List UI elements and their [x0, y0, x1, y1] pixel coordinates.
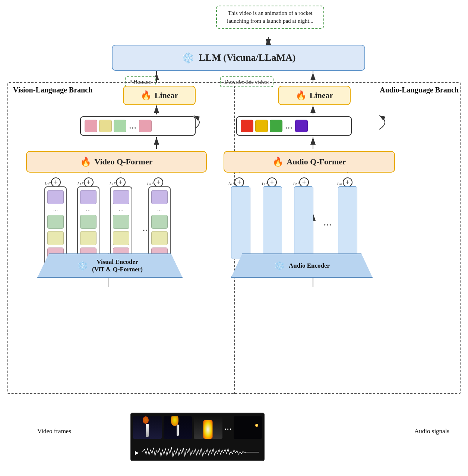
- audio-branch-label: Audio-Language Branch: [380, 86, 459, 94]
- fire-icon-audio-linear: 🔥: [295, 90, 307, 101]
- plus-circle-v0: +: [51, 177, 61, 187]
- time-tNv: tₙᵛ: [147, 180, 153, 187]
- audio-encoder-label: Audio Encoder: [289, 262, 330, 269]
- svg-text:▶: ▶: [135, 450, 139, 455]
- vision-token-seq: …: [80, 116, 196, 136]
- time-t0v: t₀ᵛ: [45, 180, 51, 187]
- video-frame-2: [164, 416, 192, 439]
- audio-linear-label: Linear: [310, 91, 333, 100]
- plus-circle-vN: +: [154, 177, 163, 187]
- vision-token-2: [99, 120, 112, 132]
- vision-token-dots: …: [129, 122, 136, 130]
- time-t2a: t₂ᵃ: [293, 180, 299, 187]
- v-frame-2-3: [80, 231, 97, 245]
- plus-circle-a1: +: [267, 177, 277, 187]
- video-qformer-label: Video Q-Former: [94, 157, 152, 167]
- llm-box: ❄️ LLM (Vicuna/LLaMA): [112, 45, 365, 71]
- video-qformer-box: 🔥 Video Q-Former: [26, 151, 207, 173]
- audio-col-2: [263, 186, 282, 259]
- v-frame-1-1: [47, 190, 64, 204]
- vision-token-1: [85, 120, 97, 132]
- plus-circle-a2: +: [299, 177, 309, 187]
- audio-linear-box: 🔥 Linear: [278, 86, 351, 105]
- v-frame-3-1: [113, 190, 129, 204]
- audio-col-dots: …: [323, 218, 332, 228]
- snowflake-icon: ❄️: [181, 52, 195, 64]
- media-box: … ▶: [130, 413, 265, 461]
- time-t2v: t₂ᵛ: [110, 180, 116, 187]
- fire-icon-video-qformer: 🔥: [80, 157, 91, 167]
- video-frames-display: …: [133, 415, 262, 439]
- vision-token-n: [139, 120, 152, 132]
- audio-token-3: [270, 120, 282, 132]
- plus-circle-v2: +: [116, 177, 126, 187]
- vision-linear-box: 🔥 Linear: [123, 86, 196, 105]
- llm-label: LLM (Vicuna/LLaMA): [199, 52, 296, 63]
- audio-col-1: [231, 186, 250, 259]
- time-t1v: t₁ᵛ: [78, 180, 83, 187]
- output-text: This video is an animation of a rocket l…: [227, 10, 313, 24]
- audio-token-n: [295, 120, 308, 132]
- v-frame-3-3: [113, 231, 129, 245]
- vision-branch-label: Vision-Language Branch: [13, 86, 92, 94]
- audio-token-2: [255, 120, 268, 132]
- snowflake-icon-audio: ❄️: [274, 261, 285, 271]
- v-frame-1-2: [47, 215, 64, 229]
- vision-token-3: [114, 120, 126, 132]
- fire-icon-audio-qformer: 🔥: [272, 157, 284, 167]
- video-frame-3: [194, 416, 222, 439]
- audio-signals-label: Audio signals: [414, 428, 449, 435]
- time-t1a: t₁ᵃ: [262, 180, 268, 187]
- waveform: ▶: [133, 445, 262, 458]
- audio-token-seq: …: [236, 116, 352, 136]
- audio-col-4: [338, 186, 357, 259]
- v-frame-3-2: [113, 215, 129, 229]
- audio-encoder: ❄️ Audio Encoder: [231, 253, 373, 278]
- time-t0a: t₀ᵃ: [228, 180, 234, 187]
- v-frame-4-1: [151, 190, 168, 204]
- video-frame-4: [234, 416, 262, 439]
- v-frame-4-2: [151, 215, 168, 229]
- v-frame-1-3: [47, 231, 64, 245]
- plus-circle-aM: +: [343, 177, 352, 187]
- plus-circle-v1: +: [84, 177, 94, 187]
- video-frame-1: [133, 416, 162, 439]
- output-text-box: This video is an animation of a rocket l…: [216, 6, 324, 29]
- video-frames-label: Video frames: [37, 428, 71, 435]
- audio-col-3: [294, 186, 313, 259]
- audio-qformer-box: 🔥 Audio Q-Former: [224, 151, 395, 173]
- audio-token-dots: …: [285, 122, 292, 130]
- frame-dots: …: [224, 423, 232, 432]
- visual-encoder: ❄️ Visual Encoder(ViT & Q-Former): [37, 253, 183, 278]
- plus-circle-a0: +: [234, 177, 244, 187]
- snowflake-icon-visual: ❄️: [77, 261, 88, 271]
- vision-linear-label: Linear: [155, 91, 178, 100]
- v-frame-4-3: [151, 231, 168, 245]
- fire-icon-vision-linear: 🔥: [140, 90, 152, 101]
- audio-token-1: [241, 120, 253, 132]
- audio-qformer-label: Audio Q-Former: [287, 157, 346, 167]
- v-frame-2-2: [80, 215, 97, 229]
- v-frame-2-1: [80, 190, 97, 204]
- visual-encoder-label: Visual Encoder(ViT & Q-Former): [92, 258, 143, 273]
